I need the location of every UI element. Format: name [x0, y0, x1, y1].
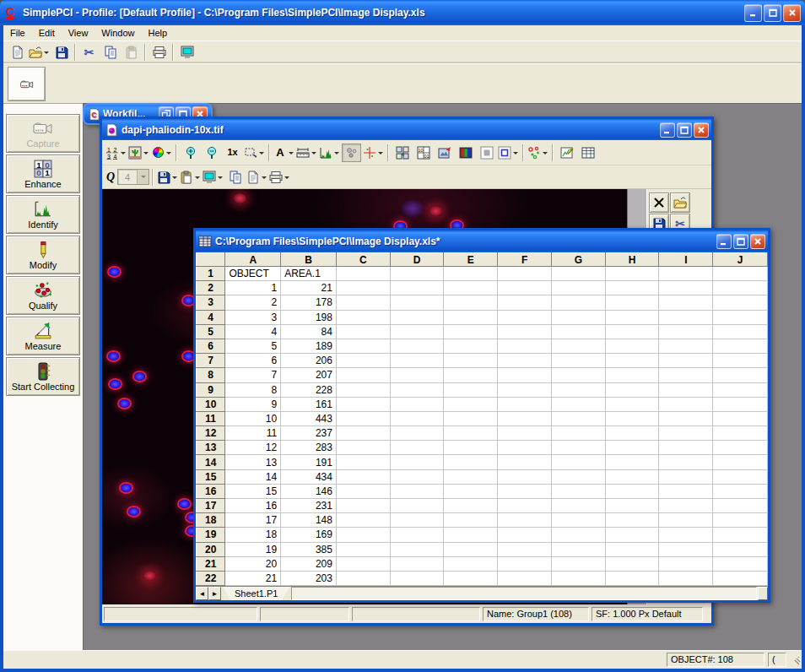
cell[interactable] [390, 469, 444, 484]
sheet-minimize-button[interactable] [716, 234, 732, 249]
measure-graph-button[interactable] [557, 144, 576, 162]
dropdown-arrow-icon[interactable] [170, 168, 178, 187]
display-monitor-button[interactable] [203, 168, 224, 187]
cell[interactable] [659, 267, 713, 281]
cell[interactable] [390, 354, 444, 368]
cell[interactable] [444, 368, 498, 382]
image-overlay-b-button[interactable] [435, 144, 454, 162]
save-floppy-button[interactable] [51, 43, 71, 62]
cell[interactable]: 191 [281, 455, 337, 469]
row-header-20[interactable]: 20 [197, 542, 225, 556]
cell[interactable] [605, 382, 659, 397]
cell[interactable] [659, 455, 713, 469]
cell[interactable] [336, 368, 390, 382]
cell[interactable] [713, 411, 768, 425]
resize-grip[interactable] [789, 654, 801, 666]
cut-scissors-button[interactable]: ✂ [79, 43, 99, 62]
cell[interactable] [444, 354, 498, 368]
copy-pages-button[interactable] [100, 43, 120, 62]
cell[interactable] [605, 339, 659, 353]
cell[interactable]: 13 [225, 455, 281, 469]
cell[interactable] [336, 571, 390, 585]
cell[interactable] [390, 368, 444, 382]
cell[interactable] [713, 484, 768, 498]
cell[interactable] [390, 281, 444, 295]
cell[interactable] [659, 368, 713, 382]
row-header-7[interactable]: 7 [197, 354, 225, 368]
row-header-18[interactable]: 18 [197, 513, 225, 528]
combobox-dropdown-icon[interactable] [137, 170, 149, 184]
binary-grid-button[interactable]: 1001 [413, 144, 433, 162]
cell[interactable] [498, 382, 552, 397]
tile-images-button[interactable] [392, 144, 412, 162]
cell[interactable] [444, 528, 498, 542]
cell[interactable]: 385 [281, 542, 337, 556]
cell[interactable] [336, 411, 390, 425]
cell[interactable] [605, 354, 659, 368]
cell[interactable] [444, 542, 498, 556]
cell[interactable] [659, 295, 713, 310]
cell[interactable] [551, 571, 605, 585]
cell[interactable]: 7 [225, 368, 281, 382]
region-select-button[interactable] [244, 144, 265, 162]
cell[interactable] [551, 441, 605, 455]
sidebar-item-capture[interactable]: Capture [6, 114, 80, 153]
cell[interactable]: 231 [281, 499, 337, 513]
close-button[interactable] [783, 4, 801, 22]
dropdown-arrow-icon[interactable] [283, 168, 290, 187]
cell[interactable] [444, 382, 498, 397]
dropdown-arrow-icon[interactable] [193, 168, 201, 187]
image-cactus-button[interactable] [128, 144, 149, 162]
row-header-1[interactable]: 1 [197, 267, 225, 281]
row-header-17[interactable]: 17 [197, 499, 225, 513]
cell[interactable] [659, 397, 713, 411]
image-minimize-button[interactable] [660, 122, 675, 138]
cell[interactable] [498, 499, 552, 513]
cell[interactable] [605, 542, 659, 556]
cell[interactable] [659, 528, 713, 542]
minimize-button[interactable] [744, 4, 762, 22]
cell[interactable] [390, 324, 444, 339]
cell[interactable] [498, 556, 552, 571]
cell[interactable] [444, 499, 498, 513]
sidebar-item-enhance[interactable]: 1001Enhance [6, 154, 80, 193]
dropdown-arrow-icon[interactable] [332, 144, 340, 162]
cell[interactable] [605, 441, 659, 455]
cell[interactable]: 237 [281, 426, 337, 441]
row-header-6[interactable]: 6 [197, 339, 225, 353]
cell[interactable] [390, 295, 444, 310]
column-header-e[interactable]: E [444, 253, 498, 267]
row-header-15[interactable]: 15 [197, 469, 225, 484]
cell[interactable] [551, 469, 605, 484]
cell[interactable]: 3 [225, 310, 281, 324]
cell[interactable] [713, 556, 768, 571]
cell[interactable]: 4 [225, 324, 281, 339]
cell[interactable] [444, 441, 498, 455]
cell[interactable] [390, 397, 444, 411]
cell[interactable] [605, 397, 659, 411]
cell[interactable] [713, 513, 768, 528]
sidebar-item-measure[interactable]: Measure [6, 317, 80, 355]
cell[interactable] [659, 339, 713, 353]
dropdown-arrow-icon[interactable] [310, 144, 317, 162]
cell[interactable] [498, 528, 552, 542]
data-table-button[interactable] [578, 144, 597, 162]
quadrant-fraction-button[interactable]: 1234 [105, 144, 127, 162]
cell[interactable] [551, 368, 605, 382]
column-header-g[interactable]: G [551, 253, 605, 267]
row-header-3[interactable]: 3 [197, 295, 225, 310]
cell[interactable] [713, 354, 768, 368]
cell[interactable] [498, 339, 552, 353]
cell[interactable] [336, 281, 390, 295]
cell[interactable]: 169 [281, 528, 337, 542]
cell[interactable]: 228 [281, 382, 337, 397]
cell[interactable] [659, 310, 713, 324]
cell[interactable]: 203 [281, 571, 337, 585]
column-header-i[interactable]: I [659, 253, 713, 267]
cell[interactable] [498, 571, 552, 585]
scatter-objects-button[interactable] [527, 144, 548, 162]
cell[interactable]: 11 [225, 426, 281, 441]
cell[interactable] [336, 499, 390, 513]
cell[interactable] [336, 324, 390, 339]
cell[interactable] [713, 528, 768, 542]
